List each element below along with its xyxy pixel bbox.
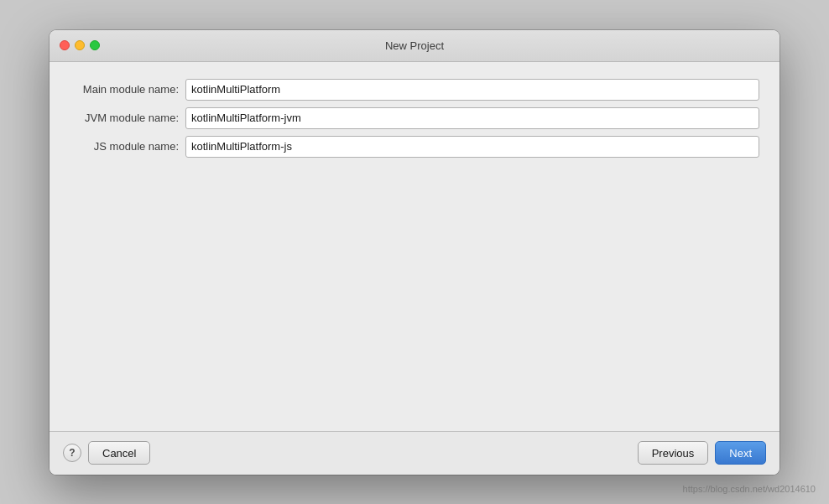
form-label-0: Main module name: (70, 83, 179, 96)
form-label-2: JS module name: (70, 140, 179, 153)
main-module-input[interactable] (185, 79, 759, 101)
form-row-2: JS module name: (70, 136, 759, 158)
cancel-button[interactable]: Cancel (88, 441, 150, 465)
content-area: Main module name:JVM module name:JS modu… (50, 62, 779, 431)
form-row-0: Main module name: (70, 79, 759, 101)
form-label-1: JVM module name: (70, 112, 179, 124)
help-button[interactable]: ? (63, 444, 81, 462)
close-button[interactable] (60, 40, 70, 50)
jvm-module-input[interactable] (185, 107, 759, 129)
footer-right-buttons: Previous Next (638, 441, 766, 465)
minimize-button[interactable] (75, 40, 85, 50)
js-module-input[interactable] (185, 136, 759, 158)
maximize-button[interactable] (90, 40, 100, 50)
window-title: New Project (385, 39, 444, 52)
footer: ? Cancel Previous Next (50, 431, 779, 475)
traffic-lights (60, 40, 100, 50)
previous-button[interactable]: Previous (638, 441, 709, 465)
spacer (70, 158, 759, 414)
form-row-1: JVM module name: (70, 107, 759, 129)
form-area: Main module name:JVM module name:JS modu… (70, 79, 759, 158)
next-button[interactable]: Next (715, 441, 766, 465)
titlebar: New Project (50, 30, 779, 62)
new-project-dialog: New Project Main module name:JVM module … (50, 30, 779, 475)
watermark: https://blog.csdn.net/wd2014610 (683, 484, 816, 494)
